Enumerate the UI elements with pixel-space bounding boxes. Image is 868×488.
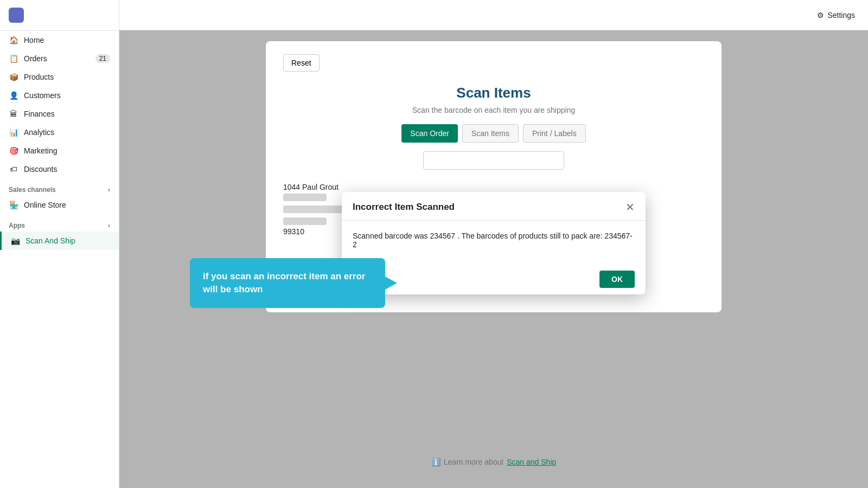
scan-and-ship-link[interactable]: Scan and Ship [507, 458, 556, 466]
reset-button[interactable]: Reset [283, 54, 320, 72]
sidebar-item-products[interactable]: 📦 Products [0, 68, 119, 86]
apps-chevron[interactable]: › [108, 222, 110, 229]
home-label: Home [24, 36, 44, 44]
sidebar-item-orders[interactable]: 📋 Orders 21 [0, 49, 119, 68]
info-icon: ℹ️ [431, 458, 441, 466]
orders-icon: 📋 [9, 54, 18, 63]
scan-buttons-group: Scan Order Scan Items Print / Labels [283, 124, 704, 143]
modal-title: Incorrect Item Scanned [353, 202, 455, 213]
sidebar-item-marketing[interactable]: 🎯 Marketing [0, 142, 119, 160]
apps-section: Apps › [0, 214, 119, 232]
sales-channels-label: Sales channels [9, 186, 56, 194]
sidebar-item-home[interactable]: 🏠 Home [0, 31, 119, 49]
apps-label: Apps [9, 222, 25, 229]
orders-label: Orders [24, 54, 47, 63]
callout-text: if you scan an incorrect item an error w… [203, 271, 365, 294]
sidebar-item-finances[interactable]: 🏛 Finances [0, 105, 119, 123]
callout-tooltip: if you scan an incorrect item an error w… [190, 258, 385, 308]
scan-order-button[interactable]: Scan Order [401, 124, 458, 143]
sales-channels-section: Sales channels › [0, 178, 119, 196]
products-icon: 📦 [9, 72, 18, 82]
scan-and-ship-label: Scan And Ship [25, 236, 75, 245]
discounts-icon: 🏷 [9, 164, 18, 174]
sidebar-logo [0, 0, 119, 31]
modal-header: Incorrect Item Scanned ✕ [342, 192, 646, 221]
topbar: ⚙ Settings [119, 0, 868, 30]
page-title: Scan Items [283, 85, 704, 101]
modal-ok-button[interactable]: OK [599, 271, 635, 288]
page-subtitle: Scan the barcode on each item you are sh… [283, 106, 704, 114]
print-label-button[interactable]: Print / Labels [523, 124, 586, 143]
gear-icon: ⚙ [817, 11, 824, 20]
sidebar-item-customers[interactable]: 👤 Customers [0, 86, 119, 105]
sidebar-item-scan-and-ship[interactable]: 📷 Scan And Ship [0, 232, 119, 250]
main-content: ⚙ Settings Reset Scan Items Scan the bar… [119, 0, 868, 488]
sidebar-item-discounts[interactable]: 🏷 Discounts [0, 160, 119, 178]
settings-label: Settings [827, 11, 855, 20]
scan-icon: 📷 [10, 236, 20, 246]
customers-icon: 👤 [9, 91, 18, 100]
finances-label: Finances [24, 110, 55, 118]
online-store-label: Online Store [24, 201, 66, 209]
sales-channels-chevron[interactable]: › [108, 186, 110, 194]
scan-items-button[interactable]: Scan Items [462, 124, 519, 143]
marketing-icon: 🎯 [9, 146, 18, 156]
order-name: 1044 Paul Grout [283, 183, 704, 191]
customers-label: Customers [24, 91, 61, 100]
page-footer: ℹ️ Learn more about Scan and Ship [119, 458, 868, 466]
analytics-label: Analytics [24, 128, 54, 137]
modal-body: Scanned barcode was 234567 . The barcode… [342, 221, 646, 264]
sidebar: 🏠 Home 📋 Orders 21 📦 Products 👤 Customer… [0, 0, 119, 488]
finances-icon: 🏛 [9, 109, 18, 119]
blurred-line-2 [283, 206, 343, 213]
settings-button[interactable]: ⚙ Settings [817, 11, 855, 20]
barcode-input[interactable] [423, 151, 564, 170]
logo-icon [9, 8, 24, 23]
sidebar-item-online-store[interactable]: 🏪 Online Store [0, 196, 119, 214]
modal-message: Scanned barcode was 234567 . The barcode… [353, 232, 635, 249]
sidebar-item-analytics[interactable]: 📊 Analytics [0, 123, 119, 142]
orders-badge: 21 [95, 54, 110, 63]
discounts-label: Discounts [24, 165, 57, 174]
content-area: Reset Scan Items Scan the barcode on eac… [119, 30, 868, 488]
blurred-line-3 [283, 217, 327, 225]
store-icon: 🏪 [9, 200, 18, 210]
blurred-line-1 [283, 194, 327, 201]
products-label: Products [24, 73, 54, 81]
analytics-icon: 📊 [9, 127, 18, 137]
modal-close-button[interactable]: ✕ [626, 202, 635, 213]
footer-info-text: Learn more about [444, 458, 504, 466]
marketing-label: Marketing [24, 146, 57, 155]
home-icon: 🏠 [9, 35, 18, 45]
